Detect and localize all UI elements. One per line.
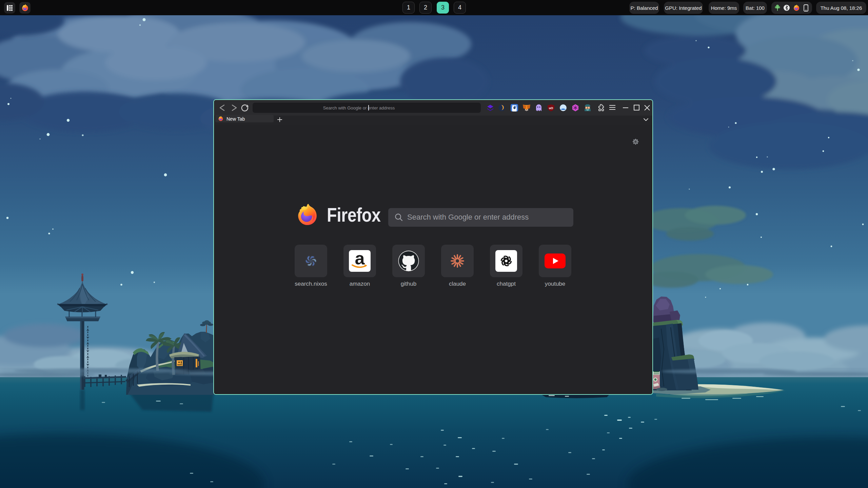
svg-text:uO: uO	[549, 106, 553, 110]
